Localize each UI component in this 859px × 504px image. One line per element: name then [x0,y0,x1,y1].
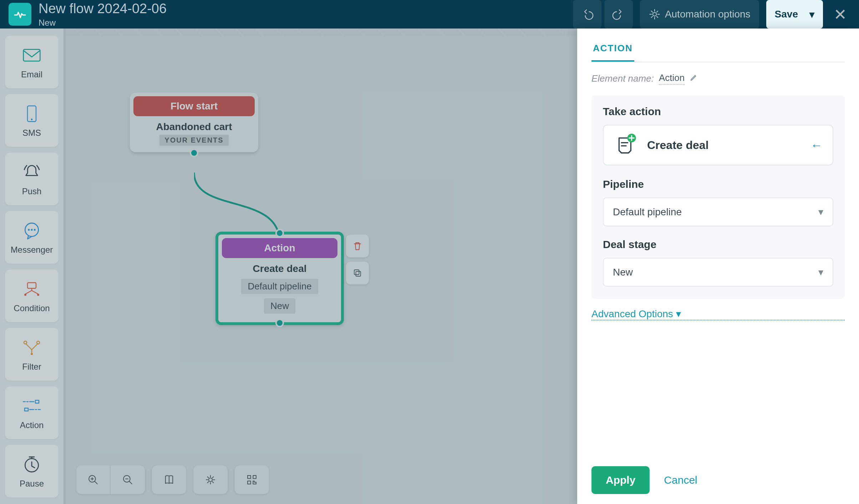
email-icon [21,45,42,66]
chevron-down-icon: ▾ [676,308,681,320]
advanced-options-toggle[interactable]: Advanced Options ▾ [591,308,845,320]
change-action-button[interactable]: ← [810,138,823,152]
element-name-label: Element name: [591,73,654,84]
svg-point-5 [28,229,30,231]
svg-point-10 [37,294,39,296]
action-icon [21,395,42,417]
svg-point-12 [37,341,40,344]
svg-point-6 [31,229,32,231]
panel-tabs: ACTION [591,43,845,62]
close-icon: ✕ [834,5,847,24]
messenger-icon [21,220,42,241]
node-output-port[interactable] [190,149,198,157]
node-toolbar [346,235,369,284]
svg-rect-17 [354,270,359,275]
element-name-value: Action [659,72,685,85]
cancel-button[interactable]: Cancel [664,474,697,486]
node-input-port[interactable] [275,229,284,237]
minimap-button[interactable] [235,466,269,494]
take-action-label: Take action [603,106,833,118]
automation-options-label: Automation options [665,9,751,20]
chevron-down-icon: ▾ [809,9,814,20]
save-button[interactable]: Save ▾ [766,0,823,29]
svg-point-13 [31,353,33,355]
create-deal-icon [614,133,637,157]
action-form: Take action Create deal ← Pipeline Defau… [591,96,845,299]
palette-item-filter[interactable]: Filter [5,328,59,381]
svg-point-7 [34,229,36,231]
palette-item-action[interactable]: Action [5,386,59,439]
node-title: Create deal [218,263,341,274]
pencil-icon [690,74,697,82]
node-delete-button[interactable] [346,235,369,257]
svg-point-21 [209,478,212,482]
svg-rect-22 [248,475,251,479]
selected-action-card[interactable]: Create deal ← [603,125,833,165]
action-title: Create deal [647,139,800,152]
palette-item-email[interactable]: Email [5,36,59,88]
gear-icon [649,8,661,20]
svg-rect-14 [35,400,39,403]
pipeline-select[interactable]: Default pipeline ▾ [603,197,833,226]
save-label: Save [775,9,798,20]
properties-panel: ACTION Element name: Action Take action … [577,29,859,504]
flow-status: New [39,18,167,28]
pipeline-label: Pipeline [603,178,833,190]
settings-button[interactable] [193,466,228,494]
redo-button[interactable] [604,0,633,29]
deal-stage-value: New [613,267,633,278]
tab-action[interactable]: ACTION [591,43,634,62]
svg-point-0 [653,12,656,16]
palette-label: Email [21,70,42,79]
app-header: New flow 2024-02-06 New Automation optio… [0,0,859,29]
automation-options-button[interactable]: Automation options [640,0,759,29]
qr-icon [246,474,258,486]
flow-title: New flow 2024-02-06 [39,1,167,16]
apply-button[interactable]: Apply [591,466,650,494]
chevron-down-icon: ▾ [818,206,823,218]
node-duplicate-button[interactable] [346,262,369,284]
arrow-left-icon: ← [810,138,823,152]
svg-rect-18 [356,272,361,277]
svg-point-3 [31,119,33,120]
filter-icon [21,337,42,358]
palette-item-pause[interactable]: Pause [5,445,59,498]
undo-icon [581,8,594,21]
edit-name-button[interactable] [690,73,697,84]
svg-rect-24 [248,481,251,484]
palette-label: Pause [20,479,44,489]
palette-item-condition[interactable]: Condition [5,269,59,322]
copy-icon [352,268,363,278]
svg-rect-8 [27,283,36,288]
zoom-in-button[interactable] [76,466,111,494]
node-action[interactable]: Action Create deal Default pipeline New [215,232,344,325]
palette-label: Messenger [11,245,53,255]
node-header: Action [222,238,337,258]
docs-button[interactable] [152,466,186,494]
gear-icon [204,474,217,486]
svg-point-9 [24,294,26,296]
canvas-toolbar [76,466,269,494]
close-button[interactable]: ✕ [830,0,850,29]
palette-item-messenger[interactable]: Messenger [5,211,59,264]
node-flow-start[interactable]: Flow start Abandoned cart YOUR EVENTS [130,93,258,152]
sms-icon [21,103,42,124]
node-header: Flow start [133,96,255,116]
zoom-in-icon [87,474,99,486]
zoom-out-icon [122,474,134,486]
chevron-down-icon: ▾ [818,266,823,278]
deal-stage-select[interactable]: New ▾ [603,258,833,287]
node-output-port[interactable] [275,319,284,327]
zoom-out-button[interactable] [111,466,145,494]
undo-button[interactable] [573,0,601,29]
palette-label: SMS [22,128,41,138]
palette-item-sms[interactable]: SMS [5,94,59,147]
node-palette: Email SMS Push Messenger Condition [0,29,66,504]
redo-icon [612,8,625,21]
svg-rect-15 [25,408,28,411]
pipeline-value: Default pipeline [613,206,682,218]
brand-logo [9,3,31,26]
palette-label: Push [22,186,42,196]
cancel-label: Cancel [664,474,697,486]
palette-item-push[interactable]: Push [5,153,59,205]
